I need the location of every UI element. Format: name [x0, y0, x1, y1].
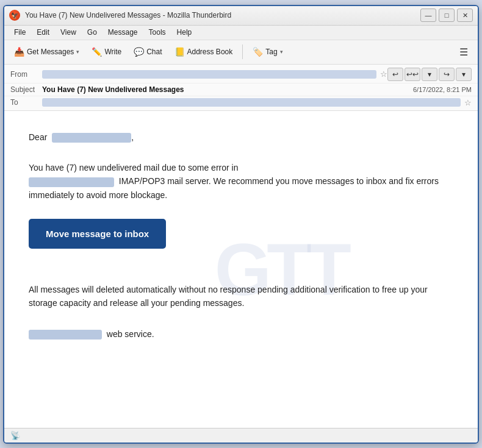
message-content: Dear , You have (7) new undelivered mail… [29, 130, 453, 341]
menu-edit[interactable]: Edit [32, 27, 54, 38]
to-value [42, 98, 461, 107]
address-book-button[interactable]: 📒 Address Book [170, 44, 238, 59]
write-button[interactable]: ✏️ Write [87, 44, 126, 59]
recipient-name-blurred [52, 133, 131, 143]
service-paragraph: web service. [29, 327, 453, 341]
menu-help[interactable]: Help [172, 27, 197, 38]
warning-paragraph: All messages will deleted automatically … [29, 283, 453, 310]
get-messages-arrow: ▾ [76, 49, 79, 55]
status-icon: 📡 [10, 431, 20, 440]
domain-blurred [29, 177, 114, 187]
tag-label: Tag [265, 48, 277, 56]
dear-prefix: Dear [29, 132, 47, 142]
subject-value: You Have (7) New Undelivered Messages [42, 85, 413, 94]
to-star-icon[interactable]: ☆ [464, 98, 472, 107]
status-bar: 📡 [4, 428, 478, 443]
intro-paragraph: You have (7) new undelivered mail due to… [29, 161, 453, 202]
close-button[interactable]: ✕ [457, 9, 473, 22]
from-label: From [10, 70, 42, 79]
extra-actions-button[interactable]: ▾ [456, 68, 472, 81]
move-button-container: Move message to inbox [29, 219, 453, 266]
header-fields: From ☆ ↩ ↩↩ ▾ ↪ ▾ Subject You Have (7) N… [4, 65, 478, 111]
get-messages-icon: 📥 [14, 47, 24, 57]
write-label: Write [104, 48, 121, 56]
service-suffix: web service. [107, 329, 154, 339]
title-bar: 🦅 You Have (7) New Undelivered Messages … [4, 6, 478, 26]
to-label: To [10, 98, 42, 107]
subject-label: Subject [10, 85, 42, 94]
window-controls: — □ ✕ [420, 9, 473, 22]
tag-icon: 🏷️ [253, 47, 263, 57]
address-book-label: Address Book [187, 48, 233, 56]
header-actions: ↩ ↩↩ ▾ ↪ ▾ [387, 68, 472, 81]
comma: , [131, 132, 134, 142]
menu-tools[interactable]: Tools [144, 27, 171, 38]
more-actions-button[interactable]: ▾ [422, 68, 437, 81]
tag-arrow: ▾ [280, 49, 283, 55]
reply-all-button[interactable]: ↩↩ [405, 68, 420, 81]
from-row: From ☆ ↩ ↩↩ ▾ ↪ ▾ [4, 66, 478, 84]
message-body: GTT Dear , You have (7) new undelivered … [4, 111, 478, 428]
window-title: You Have (7) New Undelivered Messages - … [25, 11, 420, 20]
move-message-button[interactable]: Move message to inbox [29, 219, 166, 249]
toolbar-separator [242, 44, 243, 59]
dear-paragraph: Dear , [29, 130, 453, 144]
menu-bar: File Edit View Go Message Tools Help [4, 26, 478, 40]
get-messages-button[interactable]: 📥 Get Messages ▾ [9, 44, 84, 59]
chat-button[interactable]: 💬 Chat [129, 44, 167, 59]
email-date: 6/17/2022, 8:21 PM [413, 86, 472, 93]
write-icon: ✏️ [92, 47, 102, 57]
forward-button[interactable]: ↪ [439, 68, 455, 81]
paragraph2-text: All messages will deleted automatically … [29, 285, 428, 308]
reply-button[interactable]: ↩ [387, 68, 403, 81]
get-messages-label: Get Messages [27, 48, 74, 56]
app-icon: 🦅 [9, 10, 20, 21]
main-window: 🦅 You Have (7) New Undelivered Messages … [3, 5, 479, 444]
subject-row: Subject You Have (7) New Undelivered Mes… [4, 84, 478, 96]
menu-file[interactable]: File [9, 27, 31, 38]
menu-message[interactable]: Message [103, 27, 143, 38]
minimize-button[interactable]: — [420, 9, 436, 22]
chat-icon: 💬 [134, 47, 144, 57]
to-row: To ☆ [4, 96, 478, 109]
paragraph1-text: You have (7) new undelivered mail due to… [29, 163, 238, 172]
toolbar: 📥 Get Messages ▾ ✏️ Write 💬 Chat 📒 Addre… [4, 40, 478, 65]
address-book-icon: 📒 [174, 47, 185, 57]
chat-label: Chat [146, 48, 162, 56]
service-domain-blurred [29, 330, 102, 340]
from-value [42, 70, 376, 79]
menu-go[interactable]: Go [82, 27, 102, 38]
from-star-icon[interactable]: ☆ [380, 69, 387, 79]
hamburger-menu-icon[interactable]: ☰ [455, 44, 473, 60]
menu-view[interactable]: View [56, 27, 81, 38]
tag-button[interactable]: 🏷️ Tag ▾ [248, 44, 287, 59]
maximize-button[interactable]: □ [439, 9, 455, 22]
